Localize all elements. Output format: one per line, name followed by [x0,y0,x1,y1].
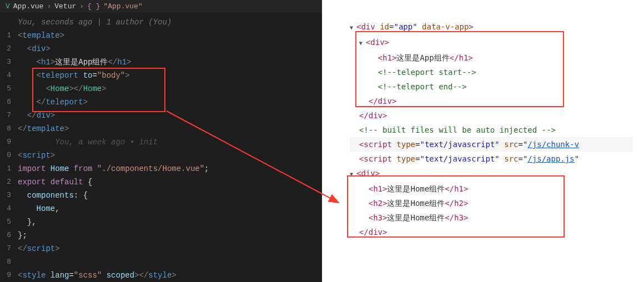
devtools-line[interactable]: ▼<div id="app" data-v-app> [350,19,633,35]
code-line: You, a week ago • init [18,135,322,149]
breadcrumb[interactable]: V App.vue › Vetur › { } "App.vue" [0,0,322,13]
code-line: </template> [18,122,322,135]
devtools-line[interactable]: <h3>这里是Home组件</h3> [350,210,633,225]
devtools-line[interactable]: <h1>这里是App组件</h1> [350,51,633,65]
devtools-line[interactable]: <script type="text/javascript" src="/js/… [350,152,633,166]
code-line: }; [18,229,322,242]
git-authors: You, seconds ago | 1 author (You) [18,16,322,29]
devtools-pane: ▼<div id="app" data-v-app> ▼<div> <h1>这里… [322,0,644,282]
chevron-right-icon: › [47,2,51,11]
code-line: </div> [18,109,322,122]
line-gutter: 1 2 3 4 5 6 7 8 9 0 1 2 3 4 5 6 7 8 9 [0,16,12,282]
code-line: <Home></Home> [18,82,322,95]
devtools-line[interactable]: ▼<div> [350,35,633,51]
devtools-line[interactable]: </div> [350,94,633,108]
code-line: <teleport to="body"> [18,69,322,82]
caret-down-icon[interactable]: ▼ [350,21,356,35]
code-line: </teleport> [18,95,322,109]
code-line: components: { [18,189,322,202]
code-line: <div> [18,42,322,56]
breadcrumb-file: App.vue [13,2,44,11]
caret-down-icon[interactable]: ▼ [350,167,356,182]
caret-down-icon[interactable]: ▼ [359,36,366,51]
code-line: export default { [18,175,322,189]
braces-icon: { } [87,2,100,11]
code-line: </script> [18,242,322,255]
code-line: <style lang="scss" scoped></style> [18,269,322,282]
breadcrumb-string: "App.vue" [103,2,142,11]
devtools-line[interactable]: </div> [350,108,633,123]
chevron-right-icon: › [79,2,84,11]
code-line: import Home from "./components/Home.vue"… [18,162,322,175]
devtools-line[interactable]: <!-- built files will be auto injected -… [350,123,633,137]
devtools-line[interactable]: <!--teleport end--> [350,79,633,94]
code-line: <h1>这里是App组件</h1> [18,56,322,69]
code-line: <script> [18,149,322,162]
code-line: }, [18,215,322,229]
breadcrumb-mode: Vetur [54,2,76,11]
devtools-line[interactable]: <h2>这里是Home组件</h2> [350,196,633,210]
devtools-line[interactable]: </div> [350,225,633,239]
code-line [18,255,322,269]
code-line: Home, [18,202,322,215]
devtools-line[interactable]: <!--teleport start--> [350,65,633,79]
vue-icon: V [6,2,10,11]
editor-pane: V App.vue › Vetur › { } "App.vue" 1 2 3 … [0,0,322,282]
devtools-line[interactable]: ▼<div> [350,166,633,182]
code-line: <template> [18,29,322,42]
devtools-line[interactable]: <script type="text/javascript" src="/js/… [350,137,633,152]
devtools-line[interactable]: <h1>这里是Home组件</h1> [350,182,633,196]
code-area[interactable]: You, seconds ago | 1 author (You) <templ… [18,16,322,282]
